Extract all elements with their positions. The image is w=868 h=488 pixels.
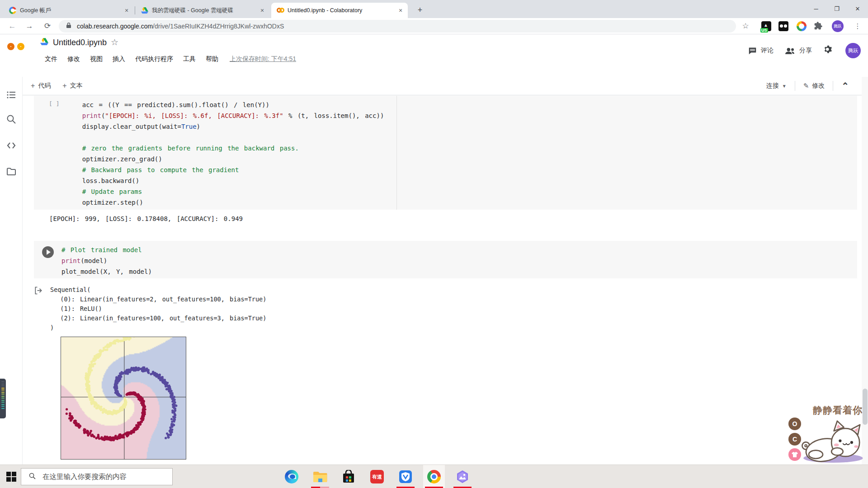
plus-icon xyxy=(62,82,66,90)
code-cell-2[interactable]: # Plot trained modelprint(model)plot_mod… xyxy=(34,241,857,278)
taskbar-tencent-manager-icon[interactable] xyxy=(395,465,416,488)
add-text-button[interactable]: 文本 xyxy=(62,82,82,90)
menu-item[interactable]: 修改 xyxy=(62,53,85,66)
colab-header: Untitled0.ipynb 文件修改视图插入代码执行程序工具帮助 上次保存时… xyxy=(0,35,868,77)
browser-avatar[interactable]: 腾跃 xyxy=(832,20,844,32)
browser-menu-icon[interactable] xyxy=(853,21,863,31)
windows-taskbar: 在这里输入你要搜索的内容 有道 xyxy=(0,465,868,488)
people-icon xyxy=(785,47,795,54)
colab-avatar[interactable]: 腾跃 xyxy=(845,43,861,58)
menu-item[interactable]: 代码执行程序 xyxy=(130,53,178,66)
url-text: colab.research.google.com/drive/1SaeRIuI… xyxy=(77,23,284,30)
back-icon[interactable]: ← xyxy=(6,20,18,32)
bookmark-star-icon[interactable] xyxy=(741,21,750,31)
window-close-button[interactable]: ✕ xyxy=(847,0,868,18)
cat-sticker: 静静看着你 O C xyxy=(787,401,866,465)
collapse-header-icon[interactable] xyxy=(841,80,849,91)
browser-tab-google-account[interactable]: Google 帳戶 xyxy=(4,3,134,18)
spiral-plot-canvas xyxy=(61,337,186,460)
drive-file-icon xyxy=(40,38,49,47)
window-minimize-button[interactable]: ─ xyxy=(806,0,826,18)
taskbar-chrome-icon[interactable] xyxy=(423,465,445,488)
search-icon[interactable] xyxy=(6,114,17,125)
tab-close-icon[interactable] xyxy=(123,7,130,14)
output-indicator-icon xyxy=(34,286,43,295)
cell-2-output: Sequential( (0): Linear(in_features=2, o… xyxy=(50,285,266,333)
menu-bar-items: 文件修改视图插入代码执行程序工具帮助 xyxy=(40,53,223,66)
menu-bar: 文件修改视图插入代码执行程序工具帮助 上次保存时间: 下午4:51 xyxy=(40,53,296,66)
window-maximize-button[interactable]: ❐ xyxy=(826,0,847,18)
notebook-title[interactable]: Untitled0.ipynb xyxy=(53,38,107,47)
start-button[interactable] xyxy=(6,472,16,482)
drive-favicon xyxy=(141,7,148,14)
edit-mode-button[interactable]: 修改 xyxy=(803,82,825,90)
menu-item[interactable]: 帮助 xyxy=(201,53,223,66)
chevron-down-icon xyxy=(782,84,787,89)
taskbar-store-icon[interactable] xyxy=(338,465,359,488)
tab-close-icon[interactable] xyxy=(397,7,404,14)
tab-title: Untitled0.ipynb - Colaboratory xyxy=(288,7,394,14)
cell-gutter: [ ] xyxy=(49,100,59,107)
pencil-icon xyxy=(803,82,809,90)
us-badge: US xyxy=(760,28,768,33)
run-cell-button[interactable] xyxy=(42,246,54,258)
browser-tab-strip: Google 帳戶 我的雲端硬碟 - Google 雲端硬碟 Untitled0… xyxy=(0,0,868,18)
table-of-contents-icon[interactable] xyxy=(6,89,17,100)
taskbar-edge-icon[interactable] xyxy=(281,465,302,488)
extensions-puzzle-icon[interactable] xyxy=(814,21,824,31)
colab-logo[interactable] xyxy=(7,39,33,57)
search-placeholder: 在这里输入你要搜索的内容 xyxy=(42,472,127,482)
code-editor[interactable]: acc = ((Y == predicted).sum().float() / … xyxy=(61,99,384,208)
extension-dots-icon[interactable] xyxy=(778,21,788,31)
new-tab-button[interactable] xyxy=(414,5,426,16)
last-saved-link[interactable]: 上次保存时间: 下午4:51 xyxy=(230,55,296,63)
menu-item[interactable]: 工具 xyxy=(178,53,201,66)
menu-item[interactable]: 文件 xyxy=(40,53,62,66)
menu-item[interactable]: 视图 xyxy=(85,53,108,66)
files-folder-icon[interactable] xyxy=(6,166,17,177)
toolbar-divider xyxy=(833,81,833,91)
lock-icon xyxy=(66,22,71,30)
url-bar[interactable]: colab.research.google.com/drive/1SaeRIuI… xyxy=(59,20,736,33)
google-favicon xyxy=(9,7,16,14)
tab-title: Google 帳戶 xyxy=(20,7,120,14)
colab-favicon xyxy=(277,7,284,14)
forward-icon[interactable]: → xyxy=(24,20,35,32)
toolbar-divider xyxy=(795,81,795,91)
star-notebook-icon[interactable] xyxy=(111,38,118,47)
reload-icon[interactable]: ⟳ xyxy=(42,20,53,32)
taskbar-search-box[interactable]: 在这里输入你要搜索的内容 xyxy=(21,468,173,485)
code-snippets-icon[interactable] xyxy=(6,140,17,151)
search-icon xyxy=(28,472,36,482)
browser-tab-drive[interactable]: 我的雲端硬碟 - Google 雲端硬碟 xyxy=(136,3,269,18)
tab-close-icon[interactable] xyxy=(259,7,266,14)
notebook-toolbar: 代码 文本 连接 修改 xyxy=(23,77,862,95)
taskbar-file-explorer-icon[interactable] xyxy=(309,465,331,488)
taskbar-youdao-icon[interactable]: 有道 xyxy=(366,465,388,488)
connect-button[interactable]: 连接 xyxy=(766,82,787,90)
docked-sidebar-widget[interactable] xyxy=(0,379,6,418)
cat-illustration xyxy=(799,413,865,466)
extension-us-icon[interactable]: US xyxy=(761,21,771,31)
tab-separator xyxy=(135,6,135,14)
code-cell-1[interactable]: [ ] acc = ((Y == predicted).sum().float(… xyxy=(34,96,857,210)
browser-address-bar: ← → ⟳ colab.research.google.com/drive/1S… xyxy=(0,18,868,34)
tab-title: 我的雲端硬碟 - Google 雲端硬碟 xyxy=(152,7,256,14)
cell-1-output: [EPOCH]: 999, [LOSS]: 0.178408, [ACCURAC… xyxy=(49,215,243,222)
taskbar-photos-app-icon[interactable] xyxy=(452,465,473,488)
spiral-plot-output xyxy=(61,337,186,460)
screen: Google 帳戶 我的雲端硬碟 - Google 雲端硬碟 Untitled0… xyxy=(0,0,868,488)
share-button[interactable]: 分享 xyxy=(785,47,812,55)
comment-button[interactable]: 评论 xyxy=(748,47,774,55)
plus-icon xyxy=(31,82,35,90)
extension-colorwheel-icon[interactable] xyxy=(797,21,807,31)
browser-tab-colab[interactable]: Untitled0.ipynb - Colaboratory xyxy=(271,3,408,18)
editor-ruler xyxy=(396,96,397,210)
add-code-button[interactable]: 代码 xyxy=(31,82,51,90)
code-editor[interactable]: # Plot trained modelprint(model)plot_mod… xyxy=(61,244,152,277)
settings-gear-icon[interactable] xyxy=(824,45,834,56)
notebook-content: [ ] acc = ((Y == predicted).sum().float(… xyxy=(23,95,862,465)
menu-item[interactable]: 插入 xyxy=(108,53,130,66)
comment-icon xyxy=(748,47,757,55)
